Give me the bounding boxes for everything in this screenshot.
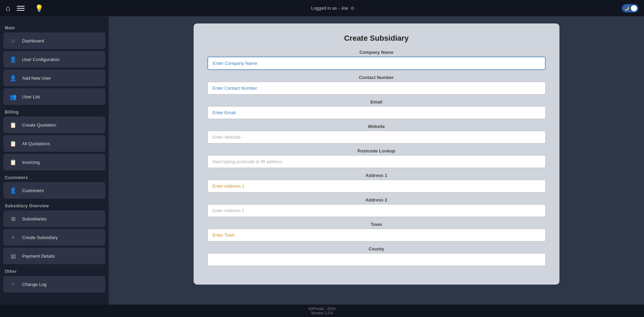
form-group-address2: Address 2 xyxy=(207,197,546,217)
header-logged-in: Logged in as - Joe ⊙ xyxy=(43,6,622,11)
label-company-name: Company Name xyxy=(207,50,546,55)
label-county: County xyxy=(207,246,546,251)
sidebar-section-customers: Customers xyxy=(5,175,105,180)
sidebar-item-label-create-subsidiary: Create Subsidiary xyxy=(22,235,58,240)
invoicing-icon: 📋 xyxy=(8,157,18,167)
change-log-icon: ⑂ xyxy=(8,279,18,289)
input-address1[interactable] xyxy=(207,180,546,192)
sidebar-section-subsidiary-overview: Subsidiary Overview xyxy=(5,204,105,208)
label-website: Website xyxy=(207,124,546,129)
sidebar-item-label-invoicing: Invoicing xyxy=(22,160,40,165)
sidebar-item-label-all-quotations: All Quotations xyxy=(22,141,50,146)
input-company-name[interactable] xyxy=(207,57,546,70)
sidebar-item-label-user-list: User List xyxy=(22,94,40,99)
hamburger-icon[interactable] xyxy=(17,6,25,11)
payment-details-icon: ▤ xyxy=(8,251,18,261)
form-title: Create Subsidiary xyxy=(207,34,546,43)
user-configuration-icon: 👤 xyxy=(8,55,18,64)
form-group-company-name: Company Name xyxy=(207,50,546,70)
logged-in-text: Logged in as - Joe xyxy=(311,6,348,11)
form-group-town: Town xyxy=(207,222,546,241)
label-postcode-lookup: Postcode Lookup xyxy=(207,148,546,153)
subsidiaries-icon: ⊞ xyxy=(8,214,18,224)
sidebar-item-change-log[interactable]: ⑂Change Log xyxy=(3,276,105,293)
input-email[interactable] xyxy=(207,106,546,119)
sidebar-item-label-add-new-user: Add New User xyxy=(22,76,51,81)
input-town[interactable] xyxy=(207,229,546,241)
sidebar-item-customers[interactable]: 👤Customers xyxy=(3,182,105,199)
footer-line2: Version 1.0.6 xyxy=(2,311,642,315)
user-list-icon: 👥 xyxy=(8,92,18,101)
form-group-email: Email xyxy=(207,99,546,119)
sidebar-item-user-configuration[interactable]: 👤User Configuration xyxy=(3,51,105,68)
sidebar-item-label-create-quotation: Create Quotation xyxy=(22,122,56,128)
main-content: Create Subsidiary Company NameContact Nu… xyxy=(109,17,644,305)
sidebar-item-label-dashboard: Dashboard xyxy=(22,38,44,43)
label-email: Email xyxy=(207,99,546,105)
header-left: ⌂ 💡 xyxy=(6,4,43,13)
main-layout: Main⌂Dashboard👤User Configuration👤Add Ne… xyxy=(0,17,644,305)
dashboard-icon: ⌂ xyxy=(8,36,18,46)
top-header: ⌂ 💡 Logged in as - Joe ⊙ 🌙 xyxy=(0,0,644,17)
footer: NXPortal - 2024 Version 1.0.6 xyxy=(0,305,644,317)
toggle-knob xyxy=(631,5,637,11)
sidebar-section-other: Other xyxy=(5,269,105,274)
add-new-user-icon: 👤 xyxy=(8,73,18,83)
home-icon[interactable]: ⌂ xyxy=(6,4,10,13)
label-address2: Address 2 xyxy=(207,197,546,202)
input-contact-number[interactable] xyxy=(207,82,546,95)
form-group-contact-number: Contact Number xyxy=(207,75,546,95)
sidebar-item-add-new-user[interactable]: 👤Add New User xyxy=(3,70,105,86)
input-website[interactable] xyxy=(207,131,546,143)
sidebar-item-subsidiaries[interactable]: ⊞Subsidiaries xyxy=(3,210,105,227)
sidebar-item-payment-details[interactable]: ▤Payment Details xyxy=(3,248,105,264)
dark-mode-toggle[interactable]: 🌙 xyxy=(622,4,638,12)
sidebar-item-user-list[interactable]: 👥User List xyxy=(3,88,105,105)
form-group-website: Website xyxy=(207,124,546,143)
form-group-postcode-lookup: Postcode Lookup xyxy=(207,148,546,168)
sidebar-item-label-change-log: Change Log xyxy=(22,282,47,287)
input-postcode-lookup[interactable] xyxy=(207,155,546,168)
form-group-address1: Address 1 xyxy=(207,173,546,192)
all-quotations-icon: 📋 xyxy=(8,139,18,148)
input-address2[interactable] xyxy=(207,204,546,217)
sidebar: Main⌂Dashboard👤User Configuration👤Add Ne… xyxy=(0,17,109,305)
create-subsidiary-form: Create Subsidiary Company NameContact Nu… xyxy=(194,23,559,285)
sidebar-item-create-quotation[interactable]: 📋Create Quotation xyxy=(3,117,105,133)
bulb-icon[interactable]: 💡 xyxy=(35,4,43,12)
sidebar-item-invoicing[interactable]: 📋Invoicing xyxy=(3,154,105,170)
header-right: 🌙 xyxy=(622,4,638,12)
sidebar-item-create-subsidiary[interactable]: ＋Create Subsidiary xyxy=(3,229,105,246)
input-county[interactable] xyxy=(207,253,546,266)
sidebar-item-label-customers: Customers xyxy=(22,188,44,193)
label-address1: Address 1 xyxy=(207,173,546,178)
sidebar-section-billing: Billing xyxy=(5,110,105,115)
create-subsidiary-icon: ＋ xyxy=(8,232,18,242)
sidebar-item-label-user-configuration: User Configuration xyxy=(22,57,59,62)
sidebar-item-label-subsidiaries: Subsidiaries xyxy=(22,216,47,221)
label-town: Town xyxy=(207,222,546,227)
footer-line1: NXPortal - 2024 xyxy=(2,307,642,311)
form-group-county: County xyxy=(207,246,546,266)
sidebar-item-label-payment-details: Payment Details xyxy=(22,254,55,259)
create-quotation-icon: 📋 xyxy=(8,120,18,130)
moon-icon: 🌙 xyxy=(624,6,629,11)
customers-icon: 👤 xyxy=(8,186,18,195)
label-contact-number: Contact Number xyxy=(207,75,546,80)
sidebar-section-main: Main xyxy=(5,26,105,30)
sidebar-item-dashboard[interactable]: ⌂Dashboard xyxy=(3,32,105,49)
sidebar-item-all-quotations[interactable]: 📋All Quotations xyxy=(3,135,105,152)
